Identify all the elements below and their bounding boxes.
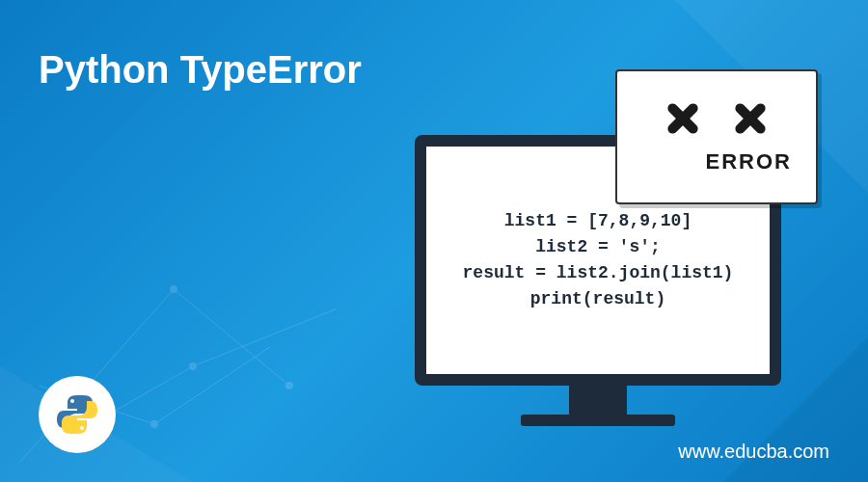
code-line-3: result = list2.join(list1) bbox=[463, 260, 734, 286]
svg-point-10 bbox=[189, 362, 197, 370]
error-x-row bbox=[664, 99, 770, 138]
error-label: ERROR bbox=[632, 149, 801, 174]
monitor-stand bbox=[569, 386, 627, 415]
svg-line-4 bbox=[174, 289, 289, 386]
python-logo-icon bbox=[39, 376, 116, 453]
code-block: list1 = [7,8,9,10] list2 = 's'; result =… bbox=[463, 208, 734, 312]
svg-point-12 bbox=[285, 382, 293, 389]
monitor-base bbox=[521, 415, 675, 426]
svg-line-6 bbox=[193, 308, 338, 366]
code-line-2: list2 = 's'; bbox=[463, 234, 734, 260]
code-line-4: print(result) bbox=[463, 286, 734, 312]
website-url: www.educba.com bbox=[678, 441, 829, 463]
svg-point-9 bbox=[170, 285, 177, 293]
page-title: Python TypeError bbox=[39, 48, 362, 92]
monitor-illustration: ERROR list1 = [7,8,9,10] list2 = 's'; re… bbox=[415, 135, 781, 426]
x-icon bbox=[664, 99, 702, 138]
error-popup: ERROR bbox=[615, 69, 818, 204]
svg-point-11 bbox=[150, 420, 158, 428]
x-icon bbox=[731, 99, 770, 138]
svg-point-15 bbox=[80, 426, 84, 430]
svg-point-14 bbox=[70, 399, 74, 403]
monitor-screen: ERROR list1 = [7,8,9,10] list2 = 's'; re… bbox=[415, 135, 781, 386]
code-line-1: list1 = [7,8,9,10] bbox=[463, 208, 734, 234]
